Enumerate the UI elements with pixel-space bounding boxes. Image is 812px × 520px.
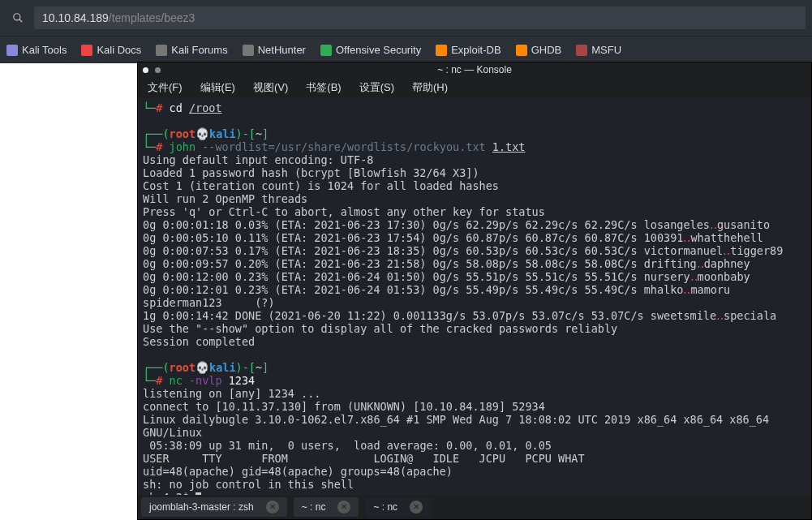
svg-line-1 xyxy=(19,19,23,23)
bookmark-label: Kali Tools xyxy=(22,44,67,56)
close-icon[interactable]: ✕ xyxy=(266,501,279,514)
close-icon[interactable]: ✕ xyxy=(410,501,423,514)
menu-item[interactable]: 设置(S) xyxy=(356,78,397,97)
search-icon[interactable] xyxy=(6,7,29,28)
tab-label: joomblah-3-master : zsh xyxy=(149,501,254,513)
offsec-icon xyxy=(320,45,332,56)
menu-item[interactable]: 帮助(H) xyxy=(409,78,451,97)
bookmark-label: MSFU xyxy=(591,44,621,56)
address-bar: 10.10.84.189/templates/beez3 xyxy=(0,0,812,36)
title-bar: ~ : nc — Konsole xyxy=(138,62,811,77)
bookmark-label: Kali Forums xyxy=(171,44,227,56)
terminal-content[interactable]: └─# cd /root ┌──(root💀kali)-[~]└─# john … xyxy=(138,98,811,495)
bookmark-item[interactable]: Kali Tools xyxy=(6,44,67,56)
url-host: 10.10.84.189 xyxy=(42,11,109,24)
terminal-tab[interactable]: ~ : nc✕ xyxy=(294,497,359,517)
menu-item[interactable]: 书签(B) xyxy=(303,78,344,97)
bookmark-label: Exploit-DB xyxy=(451,44,501,56)
url-path: /templates/beez3 xyxy=(109,11,195,24)
terminal-window: ~ : nc — Konsole 文件(F)编辑(E)视图(V)书签(B)设置(… xyxy=(137,62,812,520)
close-icon[interactable]: ✕ xyxy=(337,501,350,514)
bookmark-label: Offensive Security xyxy=(336,44,421,56)
bookmark-label: NetHunter xyxy=(258,44,306,56)
bookmark-item[interactable]: MSFU xyxy=(576,44,621,56)
bookmark-item[interactable]: Offensive Security xyxy=(320,44,421,56)
bookmark-item[interactable]: GHDB xyxy=(516,44,562,56)
url-input[interactable]: 10.10.84.189/templates/beez3 xyxy=(34,6,806,29)
bookmark-bar: Kali ToolsKali DocsKali ForumsNetHunterO… xyxy=(0,36,812,63)
tab-label: ~ : nc xyxy=(302,501,326,513)
menu-item[interactable]: 视图(V) xyxy=(250,78,291,97)
terminal-tab[interactable]: ~ : nc✕ xyxy=(365,497,431,517)
docs-icon xyxy=(81,45,92,56)
bookmark-item[interactable]: NetHunter xyxy=(243,44,306,56)
forums-icon xyxy=(156,45,167,56)
bookmark-item[interactable]: Kali Docs xyxy=(81,44,141,56)
tab-bar: joomblah-3-master : zsh✕~ : nc✕~ : nc✕ xyxy=(138,495,811,519)
exploitdb-icon xyxy=(436,45,447,56)
nethunter-icon xyxy=(243,45,254,56)
menu-item[interactable]: 编辑(E) xyxy=(197,78,238,97)
ghdb-icon xyxy=(516,45,527,56)
svg-point-0 xyxy=(14,14,20,20)
terminal-tab[interactable]: joomblah-3-master : zsh✕ xyxy=(141,497,287,517)
menu-item[interactable]: 文件(F) xyxy=(144,78,186,97)
title-bar-tabs[interactable] xyxy=(143,67,161,73)
bookmark-label: GHDB xyxy=(531,44,562,56)
window-title: ~ : nc — Konsole xyxy=(437,64,512,75)
dragon-icon xyxy=(6,45,18,56)
bookmark-label: Kali Docs xyxy=(97,44,141,56)
msfu-icon xyxy=(576,45,587,56)
bookmark-item[interactable]: Kali Forums xyxy=(156,44,227,56)
tab-label: ~ : nc xyxy=(373,501,397,513)
bookmark-item[interactable]: Exploit-DB xyxy=(436,44,501,56)
left-sidebar xyxy=(0,63,137,520)
menu-bar: 文件(F)编辑(E)视图(V)书签(B)设置(S)帮助(H) xyxy=(138,77,811,98)
